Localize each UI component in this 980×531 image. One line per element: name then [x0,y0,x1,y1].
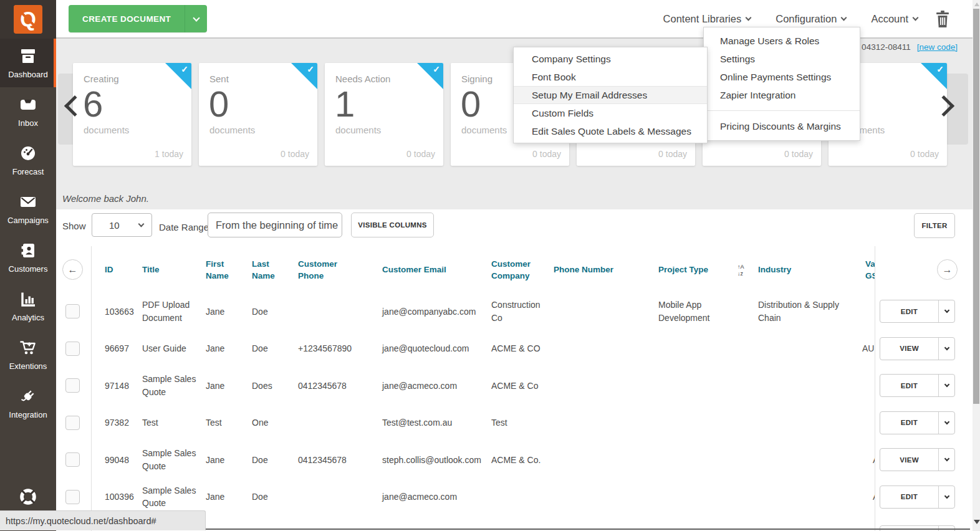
chevron-down-icon [944,493,949,498]
menu-item-company-settings[interactable]: Company Settings [514,50,707,68]
create-document-button[interactable]: CREATE DOCUMENT [69,5,207,32]
column-header-project-type[interactable]: Project Type [658,246,728,294]
row-action-caret[interactable] [938,449,954,471]
menu-item-manage-users-roles[interactable]: Manage Users & Roles [704,32,860,50]
cell-customer-company: ACME & Co. [491,441,545,479]
visible-columns-button[interactable]: VISIBLE COLUMNS [351,213,434,237]
row-checkbox[interactable] [65,342,80,356]
sidebar-item-extentions[interactable]: Extentions [0,330,56,379]
scrollbar-up-arrow-icon[interactable] [974,2,979,6]
menu-item-edit-sales-quote-labels-messages[interactable]: Edit Sales Quote Labels & Messages [514,122,707,140]
sidebar-item-label: Forecast [12,167,44,176]
row-action-button-edit[interactable]: EDIT [880,486,955,509]
sidebar-item-analytics[interactable]: Analytics [0,282,56,330]
table-row[interactable]: 103663PDF Upload DocumentJaneDoejane@com… [91,293,875,330]
filter-button[interactable]: FILTER [914,213,955,238]
sidebar-item-forecast[interactable]: Forecast [0,136,56,184]
page-scrollbar-thumb[interactable] [973,9,979,404]
menu-item-settings[interactable]: Settings [704,50,860,68]
row-checkbox[interactable] [65,416,80,430]
row-action-label[interactable]: EDIT [880,375,938,396]
sidebar-item-label: Extentions [9,361,47,371]
row-action-label[interactable]: VIEW [880,449,938,471]
row-action-caret[interactable] [938,412,954,434]
cell-industry [758,479,852,516]
show-page-size-value: 10 [109,220,120,231]
menu-item-pricing-discounts-margins[interactable]: Pricing Discounts & Margins [704,117,860,135]
table-scroll-left-button[interactable]: ← [62,259,83,280]
column-header-industry[interactable]: Industry [758,246,852,294]
app-logo[interactable]: Q [0,0,56,39]
card-today-count: 0 today [784,149,813,159]
create-document-caret[interactable] [185,5,207,32]
row-action-button-edit[interactable]: EDIT [880,300,955,323]
column-header-first-name[interactable]: First Name [206,246,238,294]
create-document-label[interactable]: CREATE DOCUMENT [69,5,185,32]
menu-item-font-book[interactable]: Font Book [514,68,707,86]
row-checkbox[interactable] [65,452,80,467]
table-row[interactable]: 97148Sample Sales QuoteJaneDoes041234567… [91,367,875,404]
table-row[interactable]: 97382TestTestOneTest@test.com.auTest [91,404,875,442]
nav-item-account[interactable]: Account [871,13,918,25]
cell-phone-number [554,293,641,330]
bottom-edge-line [206,529,970,530]
column-header-customer-phone[interactable]: Customer Phone [298,246,355,294]
sort-alpha-icon[interactable]: ↑A↓z [737,246,744,294]
row-checkbox[interactable] [65,378,80,393]
table-scroll-right-button[interactable]: → [937,259,958,280]
row-action-button-view[interactable]: VIEW [880,337,955,360]
chevron-down-icon [841,15,847,21]
sidebar-item-integration[interactable]: Integration [0,379,56,428]
table-row[interactable]: 99048Sample Sales QuoteJaneDoe0412345678… [91,441,875,479]
new-code-link[interactable]: [new code] [917,42,958,52]
life-ring-icon [19,487,37,506]
row-action-label[interactable]: EDIT [880,486,938,508]
cell-clipped-text: A [873,441,875,479]
cell-project-type [658,441,728,479]
date-range-input[interactable]: From the beginning of time [208,213,342,237]
sidebar-item-customers[interactable]: Customers [0,233,56,282]
row-action-button-edit[interactable]: EDIT [880,411,955,434]
sidebar-item-dashboard[interactable]: Dashboard [0,39,56,87]
row-checkbox[interactable] [65,304,80,318]
scrollbar-down-arrow-icon[interactable] [974,520,980,524]
column-header-customer-company[interactable]: Customer Company [491,246,545,294]
sidebar-item-inbox[interactable]: Inbox [0,87,56,136]
row-action-label[interactable]: VIEW [880,338,938,360]
row-checkbox[interactable] [65,490,80,504]
row-action-caret[interactable] [938,300,954,322]
status-card-needs-action[interactable]: ✓Needs Action1documents0 today [325,63,443,166]
show-page-size-select[interactable]: 10 [92,213,152,237]
menu-item-zapier-integration[interactable]: Zapier Integration [704,86,860,104]
column-header-phone-number[interactable]: Phone Number [554,246,641,294]
menu-item-custom-fields[interactable]: Custom Fields [514,104,707,122]
row-action-caret[interactable] [938,486,954,508]
chevron-down-icon [193,14,199,21]
column-header-id[interactable]: ID [105,246,139,294]
menu-item-setup-my-email-addresses[interactable]: Setup My Email Addresses [514,86,707,104]
column-header-title[interactable]: Title [142,246,197,294]
column-header-va-gs[interactable]: Va GS [865,246,875,294]
menu-item-online-payments-settings[interactable]: Online Payments Settings [704,68,860,86]
status-card-creating[interactable]: ✓Creating6documents1 today [73,63,191,166]
row-action-label[interactable]: EDIT [880,412,938,434]
row-action-button-edit[interactable]: EDIT [880,374,955,397]
cell-customer-phone [298,404,355,442]
nav-item-configuration[interactable]: Configuration [776,13,846,25]
row-action-button-view[interactable]: VIEW [880,448,955,471]
column-header-last-name[interactable]: Last Name [252,246,284,294]
column-header-customer-email[interactable]: Customer Email [382,246,496,294]
sidebar-item-campaigns[interactable]: Campaigns [0,184,56,233]
table-row[interactable]: 100396Sample Sales QuoteJaneDoejane@acme… [91,479,875,516]
trash-icon[interactable] [935,11,950,27]
cell-last-name: Doe [252,330,284,368]
sidebar-help-button[interactable] [0,487,56,506]
row-action-caret[interactable] [938,338,954,360]
row-action-caret[interactable] [938,375,954,396]
nav-item-content-libraries[interactable]: Content Libraries [663,13,751,25]
table-row[interactable]: 96697User GuideJaneDoe+1234567890jane@qu… [91,330,875,368]
row-action-label[interactable]: EDIT [880,300,938,322]
status-card-sent[interactable]: ✓Sent0documents0 today [199,63,317,166]
card-title: Signing [461,74,492,84]
chevron-down-icon [944,382,949,387]
